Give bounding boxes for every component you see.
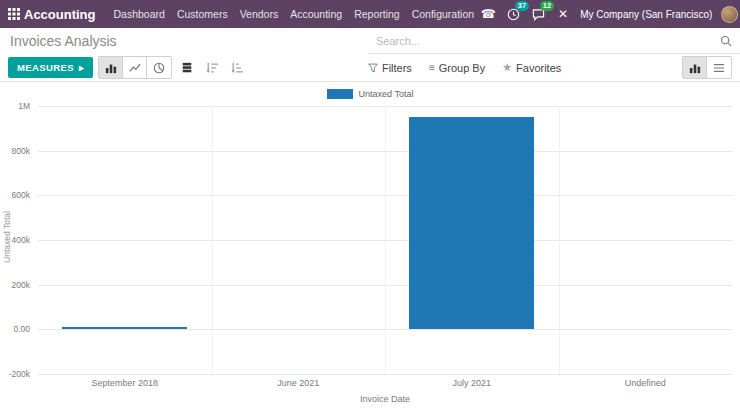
chart-area: Untaxed Total Untaxed Total 1M800k600k40… [0, 82, 740, 416]
y-tick-label: 0.00 [13, 324, 30, 334]
favorite-star-icon: ★ [502, 61, 512, 74]
sort-descending-button[interactable] [202, 57, 222, 78]
x-tick-label: June 2021 [212, 378, 386, 388]
view-switcher [682, 56, 732, 79]
user-avatar[interactable] [721, 6, 738, 23]
filter-funnel-icon [368, 63, 378, 73]
group-by-label: Group By [439, 62, 485, 74]
list-view-icon [713, 62, 725, 74]
stacked-toggle-button[interactable] [177, 57, 197, 78]
activity-badge: 37 [515, 1, 529, 11]
top-navbar: Accounting Dashboard Customers Vendors A… [0, 0, 740, 28]
bar-chart-icon [105, 62, 117, 74]
y-tick-label: -200k [9, 369, 30, 379]
group-by-button[interactable]: ≡ Group By [423, 62, 491, 74]
main-menu: Dashboard Customers Vendors Accounting R… [108, 0, 481, 28]
page-title: Invoices Analysis [10, 33, 368, 49]
breadcrumb-row: Invoices Analysis [0, 28, 740, 54]
graph-view-button[interactable] [683, 57, 707, 78]
pie-chart-button[interactable] [147, 57, 171, 78]
activity-clock-icon[interactable]: 37 [505, 6, 521, 22]
group-by-icon: ≡ [429, 62, 435, 73]
measures-button[interactable]: MEASURES ▸ [8, 57, 93, 78]
line-chart-icon [129, 62, 141, 74]
favorites-button[interactable]: ★ Favorites [496, 61, 567, 74]
messages-icon[interactable]: 12 [530, 6, 546, 22]
nav-reporting[interactable]: Reporting [348, 0, 406, 28]
filters-button[interactable]: Filters [362, 62, 418, 74]
nav-dashboard[interactable]: Dashboard [108, 0, 171, 28]
company-switcher[interactable]: My Company (San Francisco) [580, 9, 712, 20]
graph-view-icon [689, 62, 701, 74]
x-tick-label: September 2018 [38, 378, 212, 388]
legend-color-swatch [327, 89, 353, 99]
control-panel: MEASURES ▸ [0, 54, 740, 82]
nav-vendors[interactable]: Vendors [234, 0, 285, 28]
search-icon[interactable] [720, 35, 732, 47]
navbar-systray: ☎ 37 12 ✕ My Company (San Francisco) Mit… [480, 6, 740, 23]
measures-label: MEASURES [17, 62, 74, 73]
y-tick-label: 400k [12, 235, 30, 245]
chart-legend[interactable]: Untaxed Total [0, 89, 740, 99]
filters-label: Filters [382, 62, 412, 74]
phone-icon[interactable]: ☎ [480, 6, 496, 22]
sort-asc-icon [231, 62, 244, 74]
y-tick-label: 200k [12, 280, 30, 290]
legend-label: Untaxed Total [359, 89, 414, 99]
sort-ascending-button[interactable] [227, 57, 247, 78]
v-gridline [385, 106, 386, 374]
chart-bar[interactable] [62, 327, 187, 329]
grid-icon [8, 8, 20, 20]
y-tick-label: 600k [12, 190, 30, 200]
nav-configuration[interactable]: Configuration [406, 0, 480, 28]
sort-desc-icon [206, 62, 219, 74]
h-gridline [38, 374, 732, 375]
v-gridline [559, 106, 560, 374]
message-badge: 12 [540, 1, 554, 11]
search-box [368, 28, 740, 54]
v-gridline [212, 106, 213, 374]
line-chart-button[interactable] [123, 57, 147, 78]
nav-customers[interactable]: Customers [171, 0, 234, 28]
bar-chart-button[interactable] [99, 57, 123, 78]
chart-bar[interactable] [409, 117, 534, 329]
pie-chart-icon [153, 62, 165, 74]
y-axis-ticks: 1M800k600k400k200k0.00-200k [0, 106, 34, 374]
search-input[interactable] [376, 35, 720, 47]
y-tick-label: 800k [12, 146, 30, 156]
favorites-label: Favorites [516, 62, 561, 74]
chart-type-switcher [98, 56, 172, 79]
plot-area [38, 106, 732, 374]
x-tick-label: July 2021 [385, 378, 559, 388]
stacked-bars-icon [181, 62, 193, 74]
list-view-button[interactable] [707, 57, 731, 78]
caret-right-icon: ▸ [79, 62, 84, 73]
tools-icon[interactable]: ✕ [555, 6, 571, 22]
app-brand[interactable]: Accounting [24, 7, 96, 22]
nav-accounting[interactable]: Accounting [284, 0, 348, 28]
y-tick-label: 1M [18, 101, 30, 111]
apps-menu-icon[interactable] [8, 0, 20, 28]
x-axis-title: Invoice Date [38, 394, 732, 404]
x-axis-ticks: September 2018June 2021July 2021Undefine… [38, 378, 732, 390]
x-tick-label: Undefined [559, 378, 733, 388]
